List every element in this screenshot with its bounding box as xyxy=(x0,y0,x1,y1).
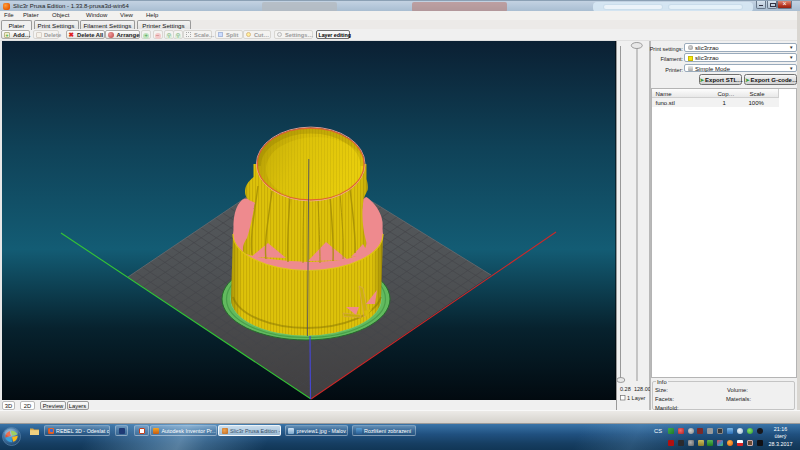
svg-text:128.00: 128.00 xyxy=(634,386,651,392)
svg-text:0.28: 0.28 xyxy=(620,386,631,392)
svg-text:1 Layer: 1 Layer xyxy=(627,395,646,401)
